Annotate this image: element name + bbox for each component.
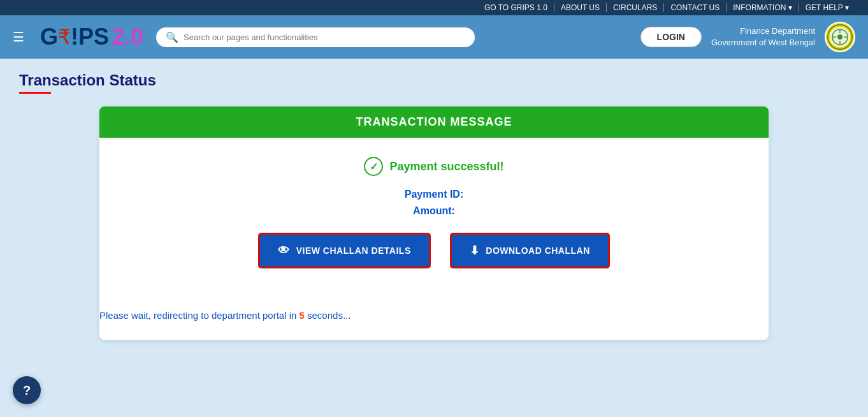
success-row: ✓ Payment successful! bbox=[112, 157, 756, 176]
redirect-suffix: seconds... bbox=[305, 310, 351, 321]
svg-point-2 bbox=[837, 34, 843, 40]
logo-g: G bbox=[40, 24, 58, 50]
goto-grips1-link[interactable]: GO TO GRIPS 1.0 bbox=[478, 3, 554, 12]
logo-rupee-icon: ₹ bbox=[58, 25, 71, 49]
dept-logo bbox=[825, 22, 855, 52]
card-body: ✓ Payment successful! Payment ID: Amount… bbox=[99, 138, 769, 294]
view-challan-label: VIEW CHALLAN DETAILS bbox=[296, 245, 411, 256]
site-header: ☰ G ₹ !PS 2.0 🔍 LOGIN Finance Department… bbox=[0, 15, 868, 59]
logo-version: 2.0 bbox=[112, 24, 143, 50]
contact-us-link[interactable]: CONTACT US bbox=[664, 3, 727, 12]
title-underline bbox=[19, 92, 51, 94]
download-challan-label: DOWNLOAD CHALLAN bbox=[486, 245, 590, 256]
success-check-icon: ✓ bbox=[364, 157, 383, 176]
logo-ips: !PS bbox=[71, 24, 109, 50]
site-logo: G ₹ !PS 2.0 bbox=[40, 24, 143, 50]
dept-logo-emblem bbox=[826, 23, 854, 51]
card-header: TRANSACTION MESSAGE bbox=[99, 106, 769, 138]
redirect-prefix: Please wait, redirecting to department p… bbox=[99, 310, 300, 321]
dept-line1: Finance Department bbox=[711, 26, 815, 37]
page-title: Transaction Status bbox=[19, 71, 849, 89]
get-help-link[interactable]: GET HELP bbox=[799, 3, 855, 12]
login-button[interactable]: LOGIN bbox=[640, 27, 702, 47]
download-icon: ⬇ bbox=[470, 244, 480, 258]
redirect-countdown: 5 bbox=[300, 310, 305, 321]
amount-label: Amount: bbox=[112, 205, 756, 217]
help-button[interactable]: ? bbox=[13, 376, 41, 404]
view-challan-button[interactable]: 👁 VIEW CHALLAN DETAILS bbox=[258, 233, 431, 268]
main-content: Transaction Status TRANSACTION MESSAGE ✓… bbox=[0, 59, 868, 353]
top-navigation: GO TO GRIPS 1.0 ABOUT US CIRCULARS CONTA… bbox=[0, 0, 868, 15]
redirect-message: Please wait, redirecting to department p… bbox=[99, 310, 769, 321]
about-us-link[interactable]: ABOUT US bbox=[554, 3, 607, 12]
transaction-card: TRANSACTION MESSAGE ✓ Payment successful… bbox=[99, 106, 769, 340]
payment-id-label: Payment ID: bbox=[112, 189, 756, 200]
search-bar: 🔍 bbox=[156, 27, 475, 47]
circulars-link[interactable]: CIRCULARS bbox=[607, 3, 664, 12]
information-link[interactable]: INFORMATION bbox=[727, 3, 799, 12]
eye-icon: 👁 bbox=[278, 244, 290, 258]
action-buttons: 👁 VIEW CHALLAN DETAILS ⬇ DOWNLOAD CHALLA… bbox=[112, 233, 756, 268]
success-message: Payment successful! bbox=[389, 160, 503, 173]
download-challan-button[interactable]: ⬇ DOWNLOAD CHALLAN bbox=[450, 233, 610, 268]
dept-info: Finance Department Government of West Be… bbox=[711, 26, 815, 48]
search-icon: 🔍 bbox=[166, 31, 178, 43]
dept-line2: Government of West Bengal bbox=[711, 37, 815, 48]
search-input[interactable] bbox=[184, 33, 465, 42]
header-right: LOGIN Finance Department Government of W… bbox=[640, 22, 855, 52]
hamburger-menu-icon[interactable]: ☰ bbox=[13, 29, 24, 45]
